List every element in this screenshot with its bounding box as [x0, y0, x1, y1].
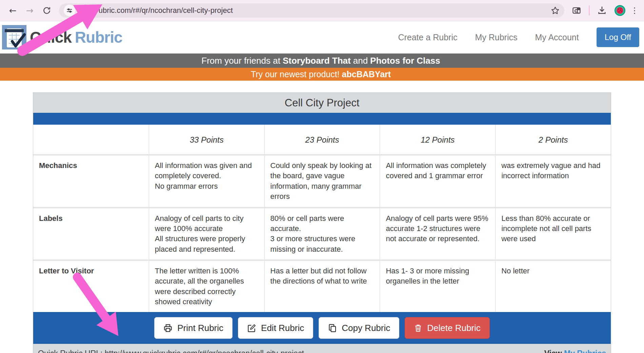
- rubric-cell: Less than 80% accurate or incomplete not…: [495, 208, 611, 259]
- quickrubric-logo[interactable]: QuickRubric: [2, 25, 122, 49]
- side-panel-search-icon[interactable]: [569, 3, 584, 18]
- rubric-cell: 80% or cell parts were accurate. 3 or mo…: [264, 208, 380, 259]
- abcbabyart-link[interactable]: abcBABYart: [342, 69, 391, 79]
- points-header-33: 33 Points: [149, 125, 264, 154]
- browser-toolbar: ← → quickrubric.com/r#/qr/ncochran/cell-…: [0, 0, 644, 21]
- rubric-cell: was extremely vague and had incorrect in…: [495, 155, 611, 207]
- storyboard-that-link[interactable]: Storyboard That: [283, 56, 351, 66]
- rubric-row-labels: Labels Analogy of cell parts to city wer…: [33, 207, 611, 259]
- site-settings-icon[interactable]: [64, 5, 75, 16]
- print-rubric-label: Print Rubric: [177, 323, 223, 333]
- nav-my-account[interactable]: My Account: [535, 33, 579, 42]
- edit-rubric-label: Edit Rubric: [261, 323, 304, 333]
- reload-icon[interactable]: [39, 3, 54, 18]
- rubric-footer: Quick Rubric URL: http://www.quickrubric…: [33, 344, 611, 353]
- browser-menu-icon[interactable]: ⋮: [630, 6, 639, 15]
- view-label: View: [544, 349, 564, 353]
- edit-rubric-button[interactable]: Edit Rubric: [238, 317, 313, 339]
- friends-banner: From your friends at Storyboard That and…: [0, 54, 644, 68]
- points-header-12: 12 Points: [380, 125, 495, 154]
- points-header-2: 2 Points: [495, 125, 611, 154]
- toolbar-divider: [589, 5, 590, 16]
- logo-text: QuickRubric: [30, 28, 122, 46]
- rubric-cell: Could only speak by looking at the board…: [264, 155, 380, 207]
- rubric-cell: Analogy of cell parts were 95% accurate …: [380, 208, 495, 259]
- delete-rubric-label: Delete Rubric: [427, 323, 481, 333]
- url-text[interactable]: quickrubric.com/r#/qr/ncochran/cell-city…: [79, 6, 551, 15]
- back-icon[interactable]: ←: [5, 3, 20, 18]
- friends-banner-text: From your friends at: [201, 56, 280, 66]
- rubric-title: Cell City Project: [33, 92, 611, 113]
- rubric-cell: Analogy of cell parts to city were 100% …: [149, 208, 264, 259]
- criteria-label: Letter to Visitor: [33, 261, 149, 312]
- friends-banner-and: and: [353, 56, 368, 66]
- points-header-row: 33 Points 23 Points 12 Points 2 Points: [33, 125, 611, 154]
- page-content: Cell City Project 33 Points 23 Points 12…: [0, 81, 644, 353]
- rubric-row-mechanics: Mechanics All information was given and …: [33, 154, 611, 207]
- view-my-rubrics: View My Rubrics: [544, 349, 606, 353]
- rubric-cell: All information was completely covered a…: [380, 155, 495, 207]
- forward-icon[interactable]: →: [22, 3, 37, 18]
- rubric-cell: Has 1- 3 or more missing organelles in t…: [380, 261, 495, 312]
- rubric-actions-bar: Print Rubric Edit Rubric Copy Rubric: [33, 312, 611, 344]
- my-rubrics-link[interactable]: My Rubrics: [564, 349, 606, 353]
- site-header: QuickRubric Create a Rubric My Rubrics M…: [0, 21, 644, 54]
- rubric-cell: All information was given and completely…: [149, 155, 264, 207]
- download-icon[interactable]: [595, 3, 609, 18]
- points-header-empty: [33, 125, 149, 154]
- criteria-label: Mechanics: [33, 155, 149, 207]
- quickrubric-logo-icon: [2, 25, 26, 49]
- log-off-button[interactable]: Log Off: [597, 27, 639, 47]
- profile-avatar[interactable]: [614, 5, 626, 16]
- bookmark-star-icon[interactable]: [551, 6, 560, 15]
- rubric-cell: The letter written is 100% accurate, all…: [149, 261, 264, 312]
- points-header-23: 23 Points: [264, 125, 380, 154]
- delete-rubric-button[interactable]: Delete Rubric: [405, 317, 490, 339]
- rubric-row-letter-to-visitor: Letter to Visitor The letter written is …: [33, 259, 611, 312]
- rubric-cell: No letter: [495, 261, 611, 312]
- print-rubric-button[interactable]: Print Rubric: [154, 317, 233, 339]
- printer-icon: [163, 324, 173, 333]
- nav-my-rubrics[interactable]: My Rubrics: [475, 33, 517, 42]
- rubric-url-text: Quick Rubric URL: http://www.quickrubric…: [38, 349, 304, 353]
- rubric-top-bar: [33, 113, 611, 125]
- rubric-cell: Has a letter but did not follow the dire…: [264, 261, 380, 312]
- promo-banner-text: Try our newest product!: [251, 69, 340, 79]
- copy-rubric-label: Copy Rubric: [342, 323, 390, 333]
- promo-banner: Try our newest product! abcBABYart: [0, 68, 644, 81]
- trash-icon: [414, 324, 422, 332]
- nav-create-a-rubric[interactable]: Create a Rubric: [398, 33, 457, 42]
- edit-icon: [247, 324, 256, 333]
- top-navigation: Create a Rubric My Rubrics My Account Lo…: [398, 27, 639, 47]
- photos-for-class-link[interactable]: Photos for Class: [370, 56, 440, 66]
- criteria-label: Labels: [33, 208, 149, 259]
- rubric-table: Cell City Project 33 Points 23 Points 12…: [33, 92, 611, 353]
- url-bar[interactable]: quickrubric.com/r#/qr/ncochran/cell-city…: [59, 3, 564, 18]
- copy-rubric-button[interactable]: Copy Rubric: [319, 317, 399, 339]
- copy-icon: [328, 324, 337, 333]
